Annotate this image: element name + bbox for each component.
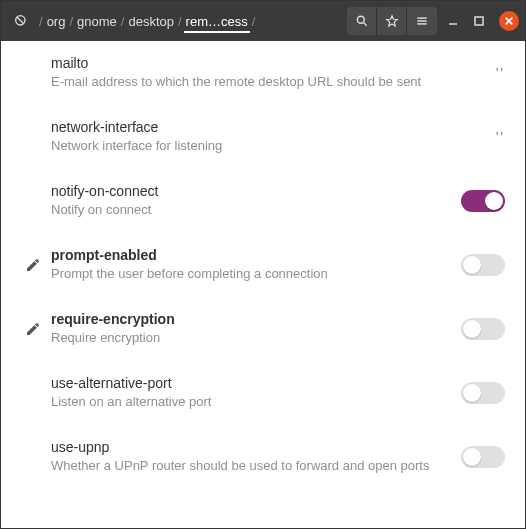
- setting-value: '': [445, 129, 505, 145]
- toggle-knob: [463, 256, 481, 274]
- toggle-notify-on-connect[interactable]: [461, 190, 505, 212]
- breadcrumb-sep: /: [67, 14, 75, 29]
- edited-icon: [19, 321, 47, 337]
- setting-value: [445, 254, 505, 276]
- setting-text: require-encryptionRequire encryption: [47, 311, 445, 347]
- toggle-prompt-enabled[interactable]: [461, 254, 505, 276]
- app-icon: [7, 7, 35, 35]
- setting-text: notify-on-connectNotify on connect: [47, 183, 445, 219]
- toggle-use-alternative-port[interactable]: [461, 382, 505, 404]
- setting-row-network-interface[interactable]: network-interfaceNetwork interface for l…: [1, 105, 525, 169]
- menu-button[interactable]: [407, 7, 437, 35]
- setting-key: use-alternative-port: [51, 375, 445, 391]
- setting-desc: Require encryption: [51, 329, 445, 347]
- setting-value: '': [445, 65, 505, 81]
- setting-row-use-alternative-port[interactable]: use-alternative-portListen on an alterna…: [1, 361, 525, 425]
- setting-key: mailto: [51, 55, 445, 71]
- toggle-knob: [463, 384, 481, 402]
- setting-value: [445, 318, 505, 340]
- search-button[interactable]: [347, 7, 377, 35]
- bookmark-button[interactable]: [377, 7, 407, 35]
- svg-rect-7: [475, 17, 483, 25]
- maximize-button[interactable]: [467, 9, 491, 33]
- breadcrumb-sep: /: [37, 14, 45, 29]
- setting-row-notify-on-connect[interactable]: notify-on-connectNotify on connect: [1, 169, 525, 233]
- toggle-use-upnp[interactable]: [461, 446, 505, 468]
- setting-key: require-encryption: [51, 311, 445, 327]
- minimize-button[interactable]: [441, 9, 465, 33]
- crumb-desktop[interactable]: desktop: [126, 10, 176, 33]
- breadcrumb-sep: /: [119, 14, 127, 29]
- setting-text: use-alternative-portListen on an alterna…: [47, 375, 445, 411]
- edited-icon: [19, 257, 47, 273]
- breadcrumb-sep: /: [250, 14, 258, 29]
- toggle-require-encryption[interactable]: [461, 318, 505, 340]
- setting-desc: Whether a UPnP router should be used to …: [51, 457, 445, 475]
- setting-key: notify-on-connect: [51, 183, 445, 199]
- setting-row-use-upnp[interactable]: use-upnpWhether a UPnP router should be …: [1, 425, 525, 489]
- setting-key: network-interface: [51, 119, 445, 135]
- setting-key: prompt-enabled: [51, 247, 445, 263]
- svg-point-1: [357, 16, 364, 23]
- toggle-knob: [485, 192, 503, 210]
- toggle-knob: [463, 320, 481, 338]
- setting-value: [445, 446, 505, 468]
- setting-desc: Notify on connect: [51, 201, 445, 219]
- settings-list[interactable]: mailtoE-mail address to which the remote…: [1, 41, 525, 529]
- crumb-gnome[interactable]: gnome: [75, 10, 119, 33]
- toolbar-group: [347, 7, 437, 35]
- crumb-org[interactable]: org: [45, 10, 68, 33]
- crumb-remote-access[interactable]: rem…cess: [184, 10, 250, 33]
- breadcrumb: / org / gnome / desktop / rem…cess /: [37, 10, 257, 33]
- setting-desc: Listen on an alternative port: [51, 393, 445, 411]
- setting-text: network-interfaceNetwork interface for l…: [47, 119, 445, 155]
- breadcrumb-sep: /: [176, 14, 184, 29]
- setting-text: use-upnpWhether a UPnP router should be …: [47, 439, 445, 475]
- setting-value: [445, 190, 505, 212]
- close-button[interactable]: [499, 11, 519, 31]
- setting-row-prompt-enabled[interactable]: prompt-enabledPrompt the user before com…: [1, 233, 525, 297]
- setting-row-mailto[interactable]: mailtoE-mail address to which the remote…: [1, 41, 525, 105]
- setting-text: mailtoE-mail address to which the remote…: [47, 55, 445, 91]
- string-value: '': [496, 65, 505, 81]
- string-value: '': [496, 129, 505, 145]
- setting-desc: Prompt the user before completing a conn…: [51, 265, 445, 283]
- titlebar: / org / gnome / desktop / rem…cess /: [1, 1, 525, 41]
- svg-line-2: [363, 23, 366, 26]
- setting-text: prompt-enabledPrompt the user before com…: [47, 247, 445, 283]
- setting-key: use-upnp: [51, 439, 445, 455]
- setting-desc: Network interface for listening: [51, 137, 445, 155]
- setting-value: [445, 382, 505, 404]
- toggle-knob: [463, 448, 481, 466]
- setting-desc: E-mail address to which the remote deskt…: [51, 73, 445, 91]
- setting-row-require-encryption[interactable]: require-encryptionRequire encryption: [1, 297, 525, 361]
